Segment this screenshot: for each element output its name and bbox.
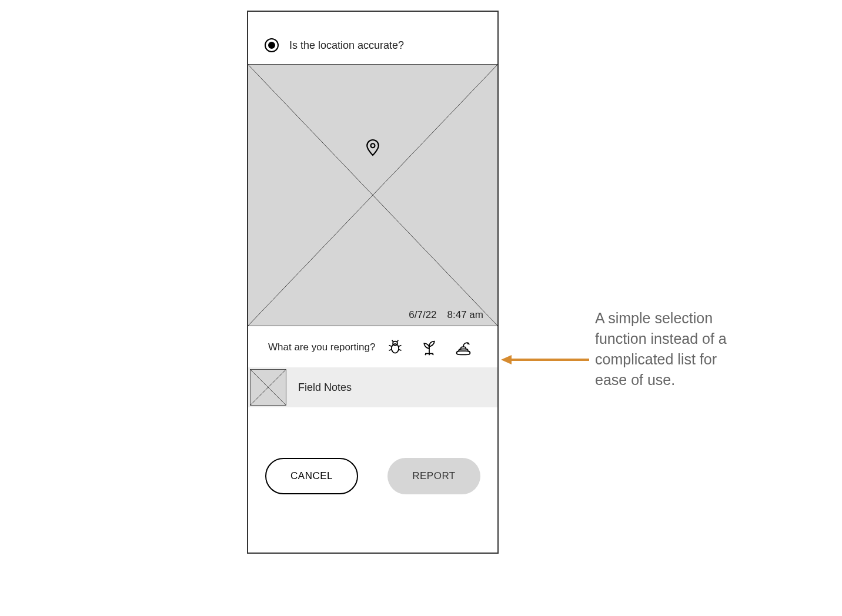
map-pin-icon[interactable] [365, 138, 380, 159]
svg-line-7 [389, 346, 392, 347]
placeholder-x-icon [248, 65, 497, 326]
field-notes-row[interactable]: Field Notes [248, 367, 497, 407]
map-time: 8:47 am [447, 309, 483, 321]
location-question-text: Is the location accurate? [289, 39, 404, 52]
plant-icon[interactable] [420, 338, 439, 357]
reporting-row: What are you reporting? [248, 326, 497, 367]
map-date: 6/7/22 [409, 309, 436, 321]
phone-frame: Is the location accurate? 6/7/22 8:47 am… [247, 11, 499, 554]
svg-line-8 [399, 346, 402, 347]
map-timestamp: 6/7/22 8:47 am [409, 309, 483, 321]
svg-point-11 [467, 343, 469, 344]
action-button-row: CANCEL REPORT [248, 407, 497, 494]
cancel-button[interactable]: CANCEL [265, 458, 358, 494]
report-button[interactable]: REPORT [387, 458, 480, 494]
bug-icon[interactable] [386, 338, 405, 357]
svg-marker-15 [501, 355, 512, 364]
location-question-row: Is the location accurate? [248, 12, 497, 64]
cancel-button-label: CANCEL [290, 470, 333, 482]
reporting-icon-group [386, 338, 473, 357]
svg-line-6 [397, 340, 399, 342]
snake-icon[interactable] [454, 338, 473, 357]
radio-selected-icon[interactable] [265, 38, 279, 52]
field-notes-thumbnail [250, 369, 286, 406]
svg-point-2 [371, 143, 375, 148]
annotation-text: A simple selection function instead of a… [595, 308, 727, 390]
svg-line-10 [399, 350, 402, 351]
placeholder-x-small-icon [250, 370, 286, 405]
field-notes-label: Field Notes [298, 381, 352, 394]
reporting-label: What are you reporting? [268, 342, 375, 353]
svg-line-9 [389, 350, 392, 351]
map-placeholder[interactable]: 6/7/22 8:47 am [248, 64, 497, 326]
report-button-label: REPORT [412, 470, 456, 482]
annotation-arrow-icon [501, 353, 589, 369]
svg-line-5 [392, 340, 393, 342]
